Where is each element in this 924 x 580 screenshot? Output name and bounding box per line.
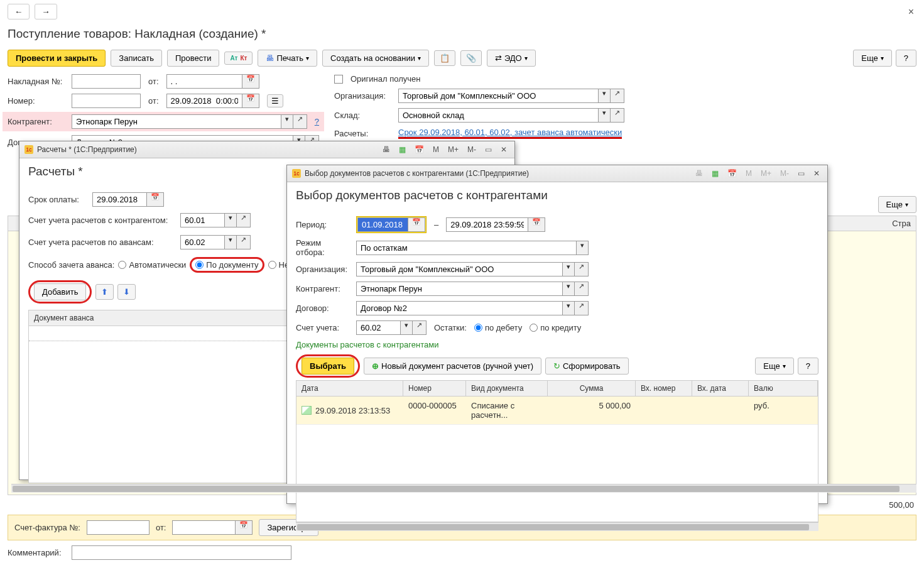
radio-auto[interactable]: Автоматически (118, 260, 186, 270)
period-from-input[interactable] (357, 217, 408, 232)
print-button[interactable]: 🖶 Печать (258, 50, 317, 67)
grid-icon[interactable]: ▦ (396, 144, 408, 155)
new-doc-button[interactable]: ⊕ Новый документ расчетов (ручной учет) (364, 358, 541, 375)
post-and-close-button[interactable]: Провести и закрыть (8, 50, 106, 67)
dropdown-icon[interactable]: ▾ (598, 89, 611, 103)
col-currency[interactable]: Валю (749, 381, 818, 396)
dropdown-icon[interactable]: ▾ (562, 282, 575, 296)
payment-due-input[interactable] (92, 192, 146, 207)
dropdown-icon[interactable]: ▾ (598, 108, 611, 123)
col-doctype[interactable]: Вид документа (466, 381, 548, 396)
dropdown-icon[interactable]: ▾ (562, 262, 575, 276)
comment-input[interactable] (72, 545, 291, 560)
m-button[interactable]: M (743, 168, 754, 179)
calendar-icon[interactable]: 📅 (408, 217, 425, 232)
minimize-icon[interactable]: ▭ (482, 144, 494, 155)
attach-icon-button[interactable]: 📎 (460, 50, 482, 66)
open-icon[interactable]: ↗ (237, 213, 251, 227)
m-minus-button[interactable]: M- (465, 144, 479, 155)
add-button[interactable]: Добавить (34, 283, 86, 300)
calendar-icon[interactable]: 📅 (235, 520, 253, 535)
counterparty-input[interactable] (72, 114, 281, 129)
counterparty-help-link[interactable]: ? (315, 117, 319, 126)
more-button[interactable]: Еще (853, 50, 891, 67)
open-icon[interactable]: ↗ (611, 108, 624, 123)
open-icon[interactable]: ↗ (575, 262, 589, 276)
cal-icon[interactable]: 📅 (725, 168, 739, 179)
bg-more-button[interactable]: Еще (878, 196, 916, 213)
contract2-input[interactable] (356, 301, 562, 315)
dropdown-icon[interactable]: ▾ (281, 114, 293, 129)
dtkt-icon-button[interactable]: АтКт (224, 52, 253, 65)
print-icon[interactable]: 🖶 (380, 144, 393, 155)
number-input[interactable] (72, 94, 141, 108)
open-icon[interactable]: ↗ (611, 89, 624, 103)
org-input[interactable] (356, 262, 562, 276)
open-icon[interactable]: ↗ (293, 114, 307, 129)
more2-button[interactable]: Еще (755, 358, 793, 375)
sf-date-input[interactable] (172, 520, 235, 535)
account-input[interactable] (356, 320, 400, 335)
dropdown-icon[interactable]: ▾ (576, 241, 589, 255)
calendar-icon[interactable]: 📅 (242, 94, 259, 108)
number-date-input[interactable] (166, 94, 242, 108)
open-icon[interactable]: ↗ (575, 282, 589, 296)
nav-back-button[interactable]: ← (8, 4, 30, 19)
invoice-date-input[interactable] (166, 74, 242, 89)
h-scrollbar[interactable] (296, 522, 818, 531)
col-number[interactable]: Номер (403, 381, 466, 396)
move-up-button[interactable]: ⬆ (95, 284, 114, 300)
post-button[interactable]: Провести (167, 50, 220, 67)
calendar-icon[interactable]: 📅 (146, 192, 164, 207)
calendar-icon[interactable]: 📅 (242, 74, 259, 89)
invoice-no-input[interactable] (72, 74, 141, 89)
organization-input[interactable] (398, 89, 598, 103)
refresh-button[interactable]: ↻ Сформировать (545, 358, 629, 375)
open-icon[interactable]: ↗ (237, 235, 251, 249)
close-icon[interactable]: ✕ (498, 144, 509, 155)
open-icon[interactable]: ↗ (413, 320, 427, 335)
main-h-scrollbar[interactable] (11, 484, 916, 493)
close-icon[interactable]: ✕ (811, 168, 822, 179)
m-button[interactable]: M (430, 144, 442, 155)
warehouse-input[interactable] (398, 108, 598, 123)
copy-icon-button[interactable]: 📋 (434, 50, 455, 66)
cal-icon[interactable]: 📅 (412, 144, 427, 155)
col-sum[interactable]: Сумма (548, 381, 636, 396)
period-to-input[interactable] (446, 217, 528, 232)
list-icon-button[interactable]: ☰ (267, 94, 283, 107)
col-date[interactable]: Дата (296, 381, 403, 396)
open-icon[interactable]: ↗ (575, 301, 589, 315)
cp-input[interactable] (356, 282, 562, 296)
m-plus-button[interactable]: M+ (445, 144, 461, 155)
acc-advance-input[interactable] (180, 235, 224, 249)
select-button[interactable]: Выбрать (302, 358, 354, 375)
grid-icon[interactable]: ▦ (709, 168, 721, 179)
radio-debit[interactable]: по дебету (474, 323, 522, 332)
calendar-icon[interactable]: 📅 (528, 217, 545, 232)
dropdown-icon[interactable]: ▾ (224, 213, 237, 227)
dropdown-icon[interactable]: ▾ (400, 320, 413, 335)
move-down-button[interactable]: ⬇ (117, 284, 136, 300)
radio-bydoc[interactable]: По документу (195, 260, 258, 270)
dropdown-icon[interactable]: ▾ (224, 235, 237, 249)
write-button[interactable]: Записать (111, 50, 162, 67)
print-icon[interactable]: 🖶 (693, 168, 705, 179)
create-based-button[interactable]: Создать на основании (322, 50, 429, 67)
minimize-icon[interactable]: ▭ (795, 168, 807, 179)
close-icon[interactable]: × (906, 5, 916, 19)
dropdown-icon[interactable]: ▾ (562, 301, 575, 315)
edo-button[interactable]: ⇄ ЭДО (487, 50, 536, 67)
m-minus-button[interactable]: M- (778, 168, 791, 179)
original-received-checkbox[interactable] (334, 75, 343, 84)
acc-counter-input[interactable] (180, 213, 224, 227)
help-button[interactable]: ? (896, 50, 916, 67)
filter-mode-input[interactable] (356, 241, 576, 255)
col-extdate[interactable]: Вх. дата (692, 381, 749, 396)
m-plus-button[interactable]: M+ (758, 168, 774, 179)
settlements-link[interactable]: Срок 29.09.2018, 60.01, 60.02, зачет ава… (398, 128, 622, 139)
sf-number-input[interactable] (87, 520, 149, 535)
table-row[interactable]: 29.09.2018 23:13:53 0000-000005 Списание… (296, 397, 818, 425)
col-extno[interactable]: Вх. номер (636, 381, 692, 396)
nav-forward-button[interactable]: → (35, 4, 57, 19)
